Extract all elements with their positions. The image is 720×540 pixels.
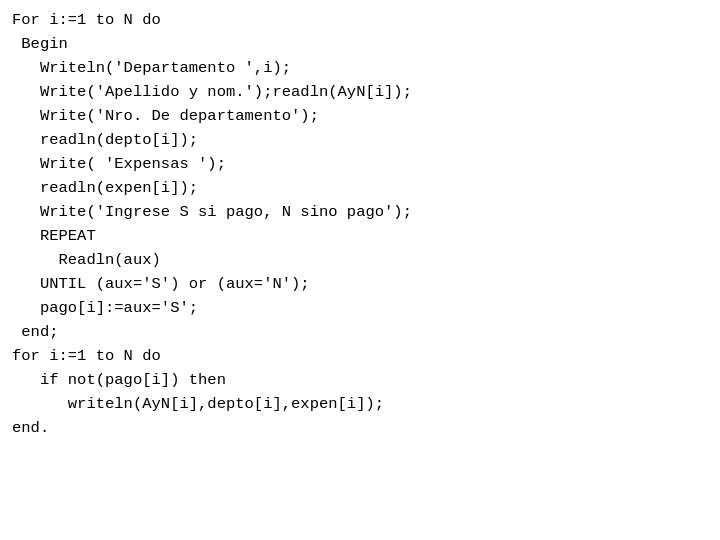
code-container: For i:=1 to N do Begin Writeln('Departam… bbox=[0, 0, 720, 540]
code-block: For i:=1 to N do Begin Writeln('Departam… bbox=[12, 8, 708, 440]
